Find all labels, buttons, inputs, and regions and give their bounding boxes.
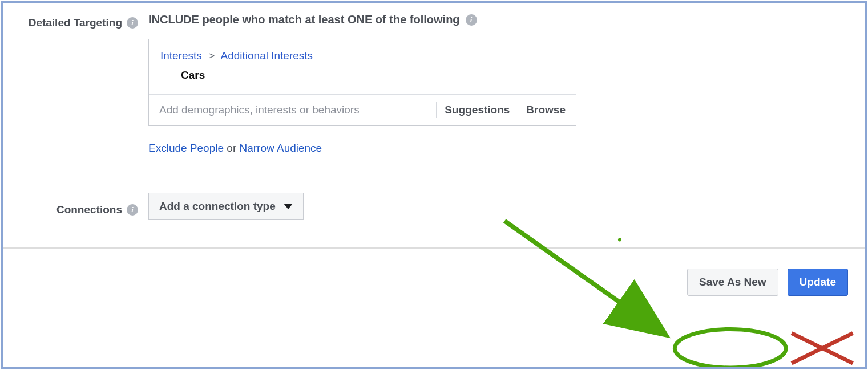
update-button[interactable]: Update	[788, 269, 848, 296]
divider	[518, 102, 518, 118]
add-connection-type-label: Add a connection type	[159, 200, 276, 213]
info-icon[interactable]: i	[127, 204, 138, 216]
info-icon[interactable]: i	[466, 14, 477, 26]
divider	[436, 102, 437, 118]
exclude-narrow-row: Exclude People or Narrow Audience	[148, 142, 848, 154]
exclude-people-link[interactable]: Exclude People	[148, 142, 224, 154]
info-icon[interactable]: i	[127, 17, 138, 29]
connections-section: Connections i Add a connection type	[3, 172, 865, 248]
targeting-breadcrumb: Interests > Additional Interests	[160, 50, 564, 62]
annotation-cross	[792, 333, 853, 363]
narrow-audience-link[interactable]: Narrow Audience	[240, 142, 322, 154]
detailed-targeting-label-text: Detailed Targeting	[29, 17, 122, 29]
suggestions-button[interactable]: Suggestions	[445, 104, 510, 116]
connections-label: Connections i	[56, 204, 138, 216]
browse-button[interactable]: Browse	[526, 104, 566, 116]
footer: Save As New Update	[3, 248, 865, 299]
breadcrumb-separator: >	[208, 50, 215, 62]
annotation-circle	[675, 329, 786, 367]
breadcrumb-interests-link[interactable]: Interests	[160, 50, 202, 62]
caret-down-icon	[284, 204, 293, 209]
targeting-box: Interests > Additional Interests Cars Su…	[148, 39, 576, 126]
targeting-input[interactable]	[159, 100, 428, 120]
selected-interest[interactable]: Cars	[181, 69, 564, 82]
targeting-input-row: Suggestions Browse	[149, 94, 576, 125]
detailed-targeting-label: Detailed Targeting i	[29, 17, 138, 29]
breadcrumb-additional-link[interactable]: Additional Interests	[221, 50, 313, 62]
detailed-targeting-section: Detailed Targeting i INCLUDE people who …	[3, 3, 865, 172]
connections-label-text: Connections	[56, 204, 122, 216]
include-description-text: INCLUDE people who match at least ONE of…	[148, 13, 460, 26]
add-connection-type-dropdown[interactable]: Add a connection type	[148, 193, 304, 220]
targeting-selected-area: Interests > Additional Interests Cars	[149, 39, 576, 94]
annotation-cross	[792, 333, 853, 363]
or-text: or	[224, 142, 239, 154]
ads-targeting-panel: Detailed Targeting i INCLUDE people who …	[1, 1, 867, 369]
save-as-new-button[interactable]: Save As New	[687, 269, 778, 296]
include-description: INCLUDE people who match at least ONE of…	[148, 13, 848, 26]
